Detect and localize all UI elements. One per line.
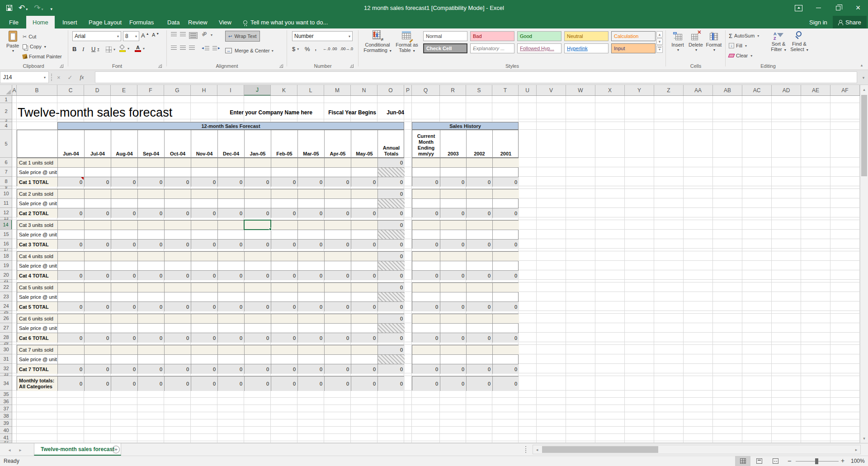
monthly-total-value-cell[interactable]: 0	[111, 377, 138, 391]
history-total-cell[interactable]: 0	[467, 240, 493, 249]
row-header-32[interactable]: 32	[0, 364, 12, 373]
units-value-cell[interactable]	[111, 158, 138, 167]
units-label-cell[interactable]: Cat 2 units sold	[17, 189, 58, 198]
style-normal[interactable]: Normal	[423, 31, 467, 41]
history-price-cell[interactable]	[440, 355, 467, 364]
units-value-cell[interactable]	[325, 345, 351, 354]
price-value-cell[interactable]	[218, 261, 245, 270]
row-header-10[interactable]: 10	[0, 189, 12, 198]
month-header-cell[interactable]: Jul-04	[85, 130, 111, 158]
history-price-cell[interactable]	[467, 292, 493, 301]
total-value-cell[interactable]: 0	[165, 271, 191, 280]
selected-cell-J14[interactable]	[244, 220, 271, 230]
year-header-cell[interactable]: 2002	[467, 130, 493, 158]
bold-button[interactable]: B	[72, 46, 76, 52]
units-value-cell[interactable]	[165, 158, 191, 167]
paste-button[interactable]: Paste ▾	[5, 31, 21, 54]
price-value-cell[interactable]	[245, 292, 271, 301]
total-label-cell[interactable]: Cat 3 TOTAL	[17, 240, 58, 249]
history-units-cell[interactable]	[412, 314, 440, 323]
units-value-cell[interactable]	[325, 283, 351, 292]
history-total-cell[interactable]: 0	[440, 271, 467, 280]
units-value-cell[interactable]	[271, 314, 298, 323]
units-value-cell[interactable]	[85, 345, 111, 354]
row-header-26[interactable]: 26	[0, 314, 12, 323]
monthly-total-value-cell[interactable]: 0	[351, 377, 378, 391]
monthly-total-value-cell[interactable]: 0	[298, 377, 325, 391]
share-button[interactable]: Share	[833, 16, 867, 28]
units-value-cell[interactable]	[58, 314, 85, 323]
conditional-formatting-button[interactable]: ≠ Conditional Formatting ▾	[363, 30, 392, 54]
units-value-cell[interactable]	[298, 189, 325, 198]
units-value-cell[interactable]	[85, 252, 111, 261]
monthly-total-value-cell[interactable]: 0	[165, 377, 191, 391]
align-left-button[interactable]	[171, 46, 177, 50]
center-button[interactable]	[180, 46, 186, 50]
price-value-cell[interactable]	[165, 292, 191, 301]
style-hyperlink[interactable]: Hyperlink	[564, 43, 609, 53]
price-value-cell[interactable]	[298, 261, 325, 270]
price-value-cell[interactable]	[218, 355, 245, 364]
units-value-cell[interactable]	[271, 221, 298, 230]
history-total-cell[interactable]: 0	[412, 240, 440, 249]
history-total-cell[interactable]: 0	[493, 208, 519, 218]
month-header-cell[interactable]: Aug-04	[111, 130, 138, 158]
history-units-cell[interactable]	[493, 221, 519, 230]
restore-button[interactable]	[828, 0, 848, 16]
total-value-cell[interactable]: 0	[351, 177, 378, 187]
clipboard-dialog-launcher[interactable]	[60, 64, 63, 68]
price-value-cell[interactable]	[111, 324, 138, 333]
price-value-cell[interactable]	[298, 355, 325, 364]
new-sheet-button[interactable]: +	[112, 446, 120, 453]
price-value-cell[interactable]	[58, 292, 85, 301]
total-value-cell[interactable]: 0	[271, 333, 298, 343]
total-value-cell[interactable]: 0	[325, 177, 351, 187]
orientation-dropdown-icon[interactable]: ▾	[210, 33, 212, 37]
price-value-cell[interactable]	[85, 230, 111, 239]
total-value-cell[interactable]: 0	[245, 364, 271, 374]
total-value-cell[interactable]: 0	[298, 302, 325, 311]
grow-font-button[interactable]: A▲	[141, 32, 149, 39]
history-units-cell[interactable]	[440, 189, 467, 198]
price-value-cell[interactable]	[85, 168, 111, 177]
units-value-cell[interactable]	[191, 283, 218, 292]
total-value-cell[interactable]: 0	[85, 364, 111, 374]
price-value-cell[interactable]	[271, 230, 298, 239]
row-header-28[interactable]: 28	[0, 333, 12, 342]
units-value-cell[interactable]	[271, 252, 298, 261]
history-units-cell[interactable]	[412, 189, 440, 198]
total-value-cell[interactable]: 0	[351, 364, 378, 374]
total-value-cell[interactable]: 0	[245, 302, 271, 311]
style-explanatory[interactable]: Explanatory ...	[470, 43, 514, 53]
total-label-cell[interactable]: Cat 1 TOTAL	[17, 177, 58, 187]
history-units-cell[interactable]	[440, 221, 467, 230]
price-value-cell[interactable]	[138, 355, 165, 364]
total-value-cell[interactable]: 0	[138, 208, 165, 218]
tab-view[interactable]: View	[212, 16, 238, 28]
underline-button[interactable]: U▾	[91, 46, 99, 52]
history-units-cell[interactable]	[467, 158, 493, 167]
units-value-cell[interactable]	[351, 345, 378, 354]
sort-filter-button[interactable]: AZ Sort & Filter ▾	[769, 31, 788, 53]
number-dialog-launcher[interactable]	[350, 64, 354, 68]
total-value-cell[interactable]: 0	[271, 208, 298, 218]
style-followed[interactable]: Followed Hyp...	[517, 43, 561, 53]
total-value-cell[interactable]: 0	[245, 333, 271, 343]
price-value-cell[interactable]	[298, 292, 325, 301]
tab-review[interactable]: Review	[182, 16, 214, 28]
price-value-cell[interactable]	[138, 292, 165, 301]
fill-color-button[interactable]: ▾	[119, 45, 129, 52]
units-value-cell[interactable]	[138, 314, 165, 323]
price-value-cell[interactable]	[165, 199, 191, 208]
column-header-W[interactable]: W	[566, 85, 595, 96]
total-value-cell[interactable]: 0	[218, 364, 245, 374]
history-price-cell[interactable]	[412, 199, 440, 208]
units-value-cell[interactable]	[325, 221, 351, 230]
units-value-cell[interactable]	[271, 158, 298, 167]
annual-units-cell[interactable]: 0	[378, 345, 405, 354]
autosum-button[interactable]: ΣAutoSum▾	[729, 31, 759, 40]
units-value-cell[interactable]	[58, 158, 85, 167]
total-value-cell[interactable]: 0	[378, 333, 405, 343]
units-value-cell[interactable]	[111, 314, 138, 323]
column-header-V[interactable]: V	[537, 85, 566, 96]
